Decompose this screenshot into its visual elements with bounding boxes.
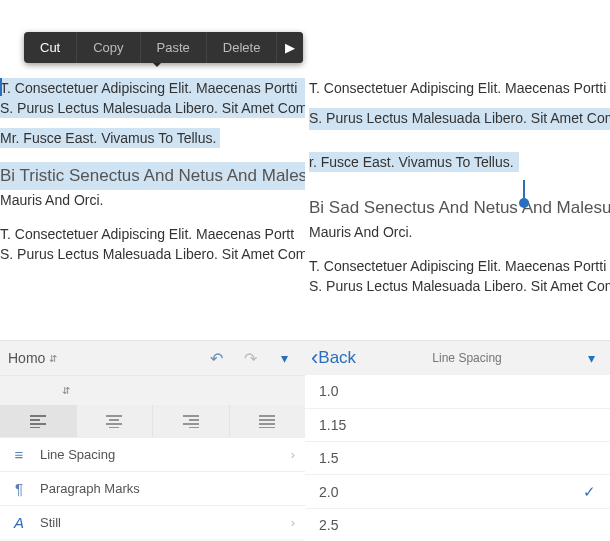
chevron-right-icon: › [291, 515, 295, 530]
doc-line: Mauris And Orci. [309, 222, 610, 242]
paragraph-marks-row[interactable]: ¶ Paragraph Marks [0, 471, 305, 505]
extra-dropdown[interactable]: ⇵ [8, 385, 70, 396]
back-button[interactable]: ‹ Back [311, 348, 356, 368]
undo-button[interactable]: ↶ [203, 345, 229, 371]
still-row[interactable]: A Still › [0, 505, 305, 539]
redo-button[interactable]: ↷ [237, 345, 263, 371]
updown-icon: ⇵ [62, 385, 70, 396]
align-justify-button[interactable] [230, 405, 306, 437]
text-icon: A [10, 514, 28, 531]
doc-line: r. Fusce East. Vivamus To Tellus. [309, 152, 519, 172]
spacing-option-1-15[interactable]: 1.15 [305, 408, 610, 441]
back-label: Back [318, 348, 356, 368]
paragraph-marks-label: Paragraph Marks [40, 481, 140, 496]
undo-icon: ↶ [210, 349, 223, 368]
doc-line: S. Purus Lectus Malesuada Libero. Sit Am… [309, 108, 610, 130]
doc-line: S. Purus Lectus Malesuada Libero. Sit Am… [309, 276, 610, 296]
paragraph-icon: ¶ [10, 480, 28, 497]
context-menu-more[interactable]: ▶ [277, 32, 303, 63]
font-dropdown[interactable]: Homo ⇵ [8, 350, 57, 366]
doc-line: Mr. Fusce East. Vivamus To Tellus. [0, 128, 220, 148]
format-panel-left: Homo ⇵ ↶ ↷ ▾ ⇵ ≡ Line Spacing › ¶ [0, 340, 305, 541]
line-spacing-row[interactable]: ≡ Line Spacing › [0, 437, 305, 471]
panel-collapse-button[interactable]: ▾ [271, 345, 297, 371]
delete-menu-item[interactable]: Delete [207, 32, 278, 63]
redo-icon: ↷ [244, 349, 257, 368]
doc-pane-right[interactable]: T. Consectetuer Adipiscing Elit. Maecena… [305, 78, 610, 340]
doc-line: T. Consectetuer Adipiscing Elit. Maecena… [309, 78, 610, 98]
context-menu: Cut Copy Paste Delete ▶ [24, 32, 303, 63]
line-spacing-panel: ‹ Back Line Spacing ▾ 1.0 1.15 1.5 2.0✓ … [305, 340, 610, 541]
alignment-row [0, 405, 305, 437]
spacing-value: 1.5 [319, 450, 338, 466]
align-left-button[interactable] [0, 405, 77, 437]
doc-line: S. Purus Lectus Malesuada Libero. Sit Am… [0, 98, 305, 118]
doc-heading: Bi Tristic Senectus And Netus And Malesu… [0, 162, 305, 190]
align-center-button[interactable] [77, 405, 154, 437]
spacing-option-2-0[interactable]: 2.0✓ [305, 474, 610, 507]
check-icon: ✓ [583, 483, 596, 501]
dropdown-icon: ▾ [588, 350, 595, 366]
doc-heading: Bi Sad Senectus And Netus And Malesuada … [309, 194, 610, 222]
cut-menu-item[interactable]: Cut [24, 32, 77, 63]
spacing-value: 2.0 [319, 484, 338, 500]
spacing-value: 1.15 [319, 417, 346, 433]
align-right-button[interactable] [153, 405, 230, 437]
doc-line: Mauris And Orci. [0, 190, 305, 210]
spacing-option-1-0[interactable]: 1.0 [305, 374, 610, 407]
spacing-value: 1.0 [319, 383, 338, 399]
chevron-left-icon: ‹ [311, 351, 318, 365]
paste-menu-item[interactable]: Paste [141, 32, 207, 63]
doc-line: T. Consectetuer Adipiscing Elit. Maecena… [0, 78, 305, 98]
line-spacing-icon: ≡ [10, 446, 28, 463]
spacing-option-1-5[interactable]: 1.5 [305, 441, 610, 474]
font-name: Homo [8, 350, 45, 366]
dropdown-icon: ▾ [281, 350, 288, 366]
panel-title: Line Spacing [356, 351, 578, 365]
spacing-value: 2.5 [319, 517, 338, 533]
play-icon: ▶ [285, 40, 295, 55]
doc-line: T. Consectetuer Adipiscing Elit. Maecena… [309, 256, 610, 276]
copy-menu-item[interactable]: Copy [77, 32, 140, 63]
doc-pane-left[interactable]: T. Consectetuer Adipiscing Elit. Maecena… [0, 78, 305, 340]
updown-icon: ⇵ [49, 353, 57, 364]
spacing-option-2-5[interactable]: 2.5 [305, 508, 610, 541]
chevron-right-icon: › [291, 447, 295, 462]
panel-collapse-button[interactable]: ▾ [578, 345, 604, 371]
doc-line: T. Consectetuer Adipiscing Elit. Maecena… [0, 224, 305, 244]
still-label: Still [40, 515, 61, 530]
doc-line: S. Purus Lectus Malesuada Libero. Sit Am… [0, 244, 305, 264]
line-spacing-label: Line Spacing [40, 447, 115, 462]
